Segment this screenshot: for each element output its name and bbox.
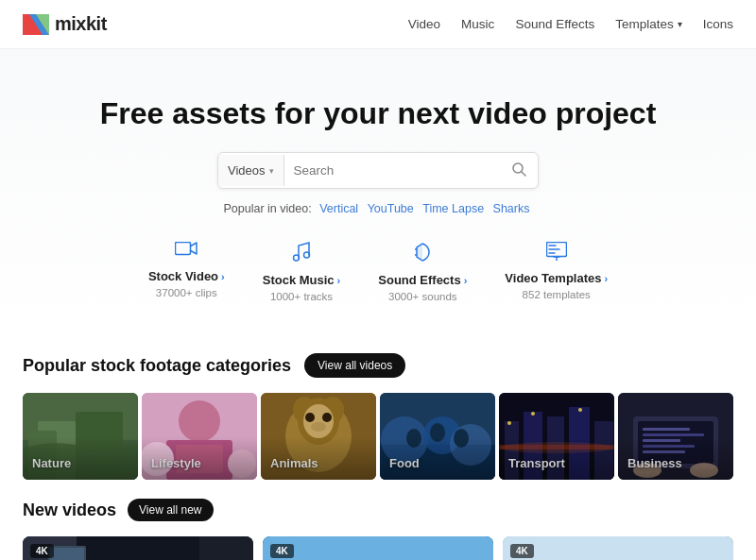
svg-rect-71	[50, 548, 84, 560]
animals-label: Animals	[270, 456, 318, 470]
svg-rect-62	[643, 439, 680, 442]
nav-templates[interactable]: Templates ▾	[615, 17, 682, 31]
svg-rect-50	[569, 407, 590, 480]
music-nav-icon	[292, 242, 311, 267]
svg-point-24	[142, 442, 174, 476]
dropdown-arrow: ▾	[269, 166, 274, 176]
feature-nav-sound[interactable]: Sound Effects › 3000+ sounds	[378, 242, 467, 302]
feature-music-arrow: ›	[337, 275, 341, 286]
svg-rect-46	[499, 445, 614, 480]
popular-link-sharks[interactable]: Sharks	[493, 202, 530, 215]
svg-point-33	[305, 413, 315, 422]
svg-point-42	[406, 429, 421, 448]
lifestyle-label: Lifestyle	[151, 456, 201, 470]
main-nav: Video Music Sound Effects Templates ▾ Ic…	[408, 17, 733, 31]
svg-rect-17	[23, 440, 138, 480]
svg-point-38	[381, 416, 428, 464]
svg-rect-61	[643, 433, 704, 436]
food-label: Food	[389, 456, 420, 470]
category-card-food[interactable]: Food	[380, 393, 495, 480]
nav-icons[interactable]: Icons	[703, 17, 733, 31]
svg-point-56	[578, 408, 582, 412]
feature-templates-subtitle: 852 templates	[523, 289, 591, 300]
logo[interactable]: mixkit	[23, 13, 107, 35]
category-card-nature[interactable]: Nature	[23, 393, 138, 480]
video-1-badge: 4K	[30, 544, 54, 558]
svg-rect-21	[142, 393, 257, 480]
svg-rect-23	[166, 440, 232, 480]
transport-label: Transport	[508, 456, 565, 470]
category-card-lifestyle[interactable]: Lifestyle	[142, 393, 257, 480]
feature-nav: Stock Video › 37000+ clips Stock Music ›…	[19, 242, 737, 302]
popular-link-youtube[interactable]: YouTube	[368, 202, 414, 215]
header: mixkit Video Music Sound Effects Templat…	[0, 0, 756, 49]
svg-point-53	[500, 442, 613, 453]
svg-rect-26	[176, 445, 223, 473]
svg-rect-64	[643, 450, 685, 453]
nav-sound-effects[interactable]: Sound Effects	[515, 17, 594, 31]
svg-rect-37	[380, 445, 495, 480]
feature-video-title: Stock Video ›	[148, 269, 225, 283]
feature-sound-arrow: ›	[464, 275, 468, 286]
feature-templates-title: Video Templates ›	[505, 271, 608, 285]
feature-sound-subtitle: 3000+ sounds	[388, 291, 457, 302]
feature-sound-title: Sound Effects ›	[378, 273, 467, 287]
svg-point-30	[293, 397, 316, 423]
popular-link-vertical[interactable]: Vertical	[319, 202, 358, 215]
svg-point-66	[690, 463, 718, 478]
nav-video[interactable]: Video	[408, 17, 440, 31]
category-card-animals[interactable]: Animals	[261, 393, 376, 480]
search-type-dropdown[interactable]: Videos ▾	[218, 155, 284, 186]
video-card-2[interactable]: 4K	[263, 536, 493, 560]
feature-nav-video[interactable]: Stock Video › 37000+ clips	[148, 242, 225, 302]
video-2-badge: 4K	[270, 544, 294, 558]
hero-section: Free assets for your next video project …	[0, 49, 756, 331]
hero-title: Free assets for your next video project	[19, 96, 737, 131]
feature-nav-music[interactable]: Stock Music › 1000+ tracks	[263, 242, 341, 302]
svg-rect-27	[261, 393, 376, 480]
video-card-1[interactable]: 4K	[23, 536, 253, 560]
video-card-3[interactable]: 4K	[503, 536, 733, 560]
video-grid: 4K 4K	[23, 536, 733, 560]
svg-point-65	[633, 463, 662, 478]
svg-rect-51	[594, 421, 613, 480]
svg-rect-45	[499, 393, 614, 480]
view-all-videos-button[interactable]: View all videos	[304, 353, 405, 378]
feature-music-subtitle: 1000+ tracks	[270, 291, 333, 302]
feature-templates-arrow: ›	[604, 273, 608, 284]
svg-point-39	[423, 416, 461, 454]
popular-link-timelapse[interactable]: Time Lapse	[422, 202, 484, 215]
video-nav-icon	[175, 242, 198, 263]
logo-icon	[23, 14, 49, 35]
new-videos-section: New videos View all new 4K	[0, 480, 756, 560]
business-illustration	[618, 393, 733, 480]
svg-rect-18	[38, 421, 76, 480]
svg-line-4	[522, 172, 525, 176]
svg-rect-57	[618, 393, 733, 480]
category-card-transport[interactable]: Transport	[499, 393, 614, 480]
svg-rect-60	[643, 428, 690, 431]
feature-nav-templates[interactable]: Video Templates › 852 templates	[505, 242, 608, 302]
template-nav-icon	[546, 242, 567, 265]
categories-title: Popular stock footage categories	[23, 356, 291, 376]
view-all-new-button[interactable]: View all new	[128, 499, 213, 521]
nav-music[interactable]: Music	[461, 17, 494, 31]
search-button[interactable]	[500, 153, 538, 188]
svg-rect-20	[76, 412, 123, 480]
svg-rect-41	[395, 431, 480, 459]
new-videos-title: New videos	[23, 501, 116, 520]
sound-nav-icon	[413, 242, 432, 267]
category-grid: Nature Lifestyle Animals	[0, 393, 756, 480]
svg-point-54	[507, 421, 511, 425]
animals-illustration	[261, 393, 376, 480]
svg-point-28	[285, 400, 352, 472]
search-input[interactable]	[284, 155, 500, 186]
popular-links: Popular in video: Vertical YouTube Time …	[19, 202, 737, 215]
svg-point-40	[450, 424, 491, 466]
nature-label: Nature	[32, 456, 71, 470]
svg-rect-5	[176, 243, 191, 255]
svg-point-31	[321, 397, 344, 423]
category-card-business[interactable]: Business	[618, 393, 733, 480]
svg-rect-16	[23, 393, 138, 480]
feature-video-arrow: ›	[221, 271, 225, 282]
